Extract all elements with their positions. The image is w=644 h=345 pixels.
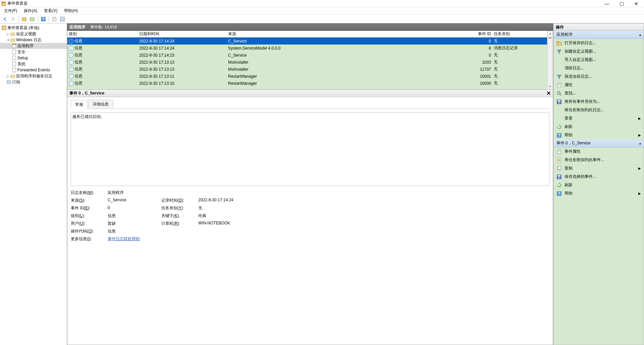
grid-row[interactable]: i信息2022-8-30 17:13:11RestartManager10001… xyxy=(67,73,553,80)
col-date[interactable]: 日期和时间 xyxy=(138,31,227,37)
col-cat[interactable]: 任务类别 xyxy=(492,31,553,37)
filter-icon xyxy=(556,74,562,79)
action-create_view[interactable]: 创建自定义视图... xyxy=(554,47,644,56)
close-button[interactable]: ✕ xyxy=(632,1,641,6)
log-icon xyxy=(11,43,17,49)
toolbar-btn-2[interactable] xyxy=(29,15,36,23)
tree-setup[interactable]: Setup xyxy=(0,55,67,61)
expand-icon[interactable]: ▷ xyxy=(6,32,10,36)
label-user: 用户(U): xyxy=(71,221,108,226)
toolbar-btn-4[interactable] xyxy=(59,15,66,23)
action-save_sel[interactable]: 保存选择的事件... xyxy=(554,172,644,181)
action-properties[interactable]: 属性 xyxy=(554,81,644,89)
grid-row[interactable]: i信息2022-8-30 17:14:24System.ServiceModel… xyxy=(67,45,553,52)
label-log-name: 日志名称(M): xyxy=(71,190,108,196)
info-icon: i xyxy=(69,53,73,58)
value-computer: WIN-NOTEBOOK xyxy=(198,221,272,226)
svg-rect-22 xyxy=(557,42,559,43)
action-help2[interactable]: ?帮助▶ xyxy=(554,189,644,198)
actions-title: 操作 xyxy=(553,23,644,31)
tree-system[interactable]: 系统 xyxy=(0,61,67,67)
grid-row[interactable]: i信息2022-8-30 17:13:10RestartManager10000… xyxy=(67,80,553,87)
maximize-button[interactable]: ▢ xyxy=(617,1,626,6)
action-view[interactable]: 查看▶ xyxy=(554,114,644,123)
col-source[interactable]: 来源 xyxy=(227,31,452,37)
tree-forwarded[interactable]: Forwarded Events xyxy=(0,67,67,73)
toolbar-btn-help[interactable]: ? xyxy=(40,15,47,23)
grid-row[interactable]: i信息2022-8-30 17:14:24C_Service0无 xyxy=(67,38,553,45)
action-attach_task[interactable]: 将任务附加到此日志... xyxy=(554,106,644,114)
tree-subscriptions[interactable]: 订阅 xyxy=(0,79,67,85)
label-keywords: 关键字(K): xyxy=(161,213,198,219)
action-copy[interactable]: 复制▶ xyxy=(554,164,644,172)
tree-custom-views[interactable]: ▷ 自定义视图 xyxy=(0,31,67,37)
tree-label: 订阅 xyxy=(12,79,20,85)
detail-close-button[interactable]: ✕ xyxy=(546,90,551,96)
save-icon xyxy=(556,174,562,180)
grid-scrollbar[interactable]: ▲ ▼ xyxy=(547,31,553,89)
tree-windows-logs[interactable]: ▾ Windows 日志 xyxy=(0,37,67,43)
action-clear_log[interactable]: 清除日志... xyxy=(554,64,644,72)
toolbar-btn-1[interactable] xyxy=(20,15,28,23)
collapse-icon[interactable]: ▾ xyxy=(6,38,10,42)
blank-icon xyxy=(556,66,562,71)
grid-row[interactable]: i信息2022-8-30 17:13:13MsiInstaller1033无 xyxy=(67,59,553,66)
find-icon xyxy=(556,91,562,96)
menu-help[interactable]: 帮助(H) xyxy=(62,7,80,14)
action-save_all[interactable]: 将所有事件另存为... xyxy=(554,97,644,106)
chevron-right-icon: ▶ xyxy=(638,192,641,195)
svg-text:?: ? xyxy=(558,133,560,138)
event-detail-pane: 事件 0，C_Service ✕ 常规 详细信息 服务已成功启动。 日志名称(M… xyxy=(67,90,553,345)
action-find[interactable]: 查找... xyxy=(554,89,644,97)
action-import_view[interactable]: 导入自定义视图... xyxy=(554,56,644,64)
tree-label: Setup xyxy=(17,56,28,60)
action-event_props[interactable]: 事件属性 xyxy=(554,147,644,156)
event-grid: 级别 日期和时间 来源 事件 ID 任务类别 i信息2022-8-30 17:1… xyxy=(67,31,553,90)
tab-details[interactable]: 详细信息 xyxy=(88,100,113,109)
tree-label: Forwarded Events xyxy=(17,68,50,72)
grid-body[interactable]: i信息2022-8-30 17:14:24C_Service0无i信息2022-… xyxy=(67,38,553,87)
action-refresh[interactable]: 刷新 xyxy=(554,123,644,131)
chevron-right-icon: ▶ xyxy=(638,117,641,120)
grid-row[interactable]: i信息2022-8-30 17:14:23C_Service0无 xyxy=(67,52,553,59)
info-icon: i xyxy=(69,46,73,51)
menu-view[interactable]: 查看(V) xyxy=(42,7,59,14)
svg-rect-29 xyxy=(558,100,560,101)
scroll-down-icon[interactable]: ▼ xyxy=(547,84,553,89)
filter-icon xyxy=(556,49,562,54)
actions-section-header[interactable]: 应用程序▴ xyxy=(554,31,644,39)
actions-section-header[interactable]: 事件 0，C_Service▴ xyxy=(554,139,644,147)
scroll-up-icon[interactable]: ▲ xyxy=(547,31,553,37)
tree-application[interactable]: 应用程序 xyxy=(0,43,67,49)
navigation-tree[interactable]: 事件查看器 (本地) ▷ 自定义视图 ▾ Windows 日志 应用程序 安全 … xyxy=(0,23,67,345)
scroll-thumb[interactable] xyxy=(548,37,552,39)
props-icon xyxy=(556,149,562,154)
blank-icon xyxy=(556,116,562,121)
tab-general[interactable]: 常规 xyxy=(71,100,88,109)
action-attach_event[interactable]: 将任务附加到此事件... xyxy=(554,156,644,164)
event-message[interactable]: 服务已成功启动。 xyxy=(71,112,549,186)
menu-action[interactable]: 操作(A) xyxy=(22,7,39,14)
info-icon: i xyxy=(69,81,73,86)
tree-root[interactable]: 事件查看器 (本地) xyxy=(0,25,67,31)
action-refresh2[interactable]: 刷新 xyxy=(554,181,644,189)
log-icon xyxy=(11,49,17,55)
col-level[interactable]: 级别 xyxy=(67,31,138,37)
minimize-button[interactable]: — xyxy=(602,1,611,6)
grid-header: 级别 日期和时间 来源 事件 ID 任务类别 xyxy=(67,31,553,38)
action-filter_log[interactable]: 筛选当前日志... xyxy=(554,72,644,81)
grid-row[interactable]: i信息2022-8-30 17:13:13MsiInstaller11707无 xyxy=(67,66,553,73)
tree-apps-services[interactable]: ▷ 应用程序和服务日志 xyxy=(0,73,67,79)
expand-icon[interactable]: ▷ xyxy=(6,74,10,78)
col-id[interactable]: 事件 ID xyxy=(452,31,492,37)
svg-rect-39 xyxy=(558,166,561,169)
back-button[interactable] xyxy=(1,15,9,23)
menu-file[interactable]: 文件(F) xyxy=(2,7,19,14)
toolbar-btn-3[interactable] xyxy=(51,15,58,23)
link-online-help[interactable]: 事件日志联机帮助 xyxy=(108,236,140,241)
forward-button[interactable] xyxy=(9,15,17,23)
action-help[interactable]: ?帮助▶ xyxy=(554,131,644,139)
tree-security[interactable]: 安全 xyxy=(0,49,67,55)
center-pane: 应用程序 事件数: 14,818 级别 日期和时间 来源 事件 ID 任务类别 … xyxy=(67,23,553,345)
action-open_saved[interactable]: 打开保存的日志... xyxy=(554,39,644,47)
